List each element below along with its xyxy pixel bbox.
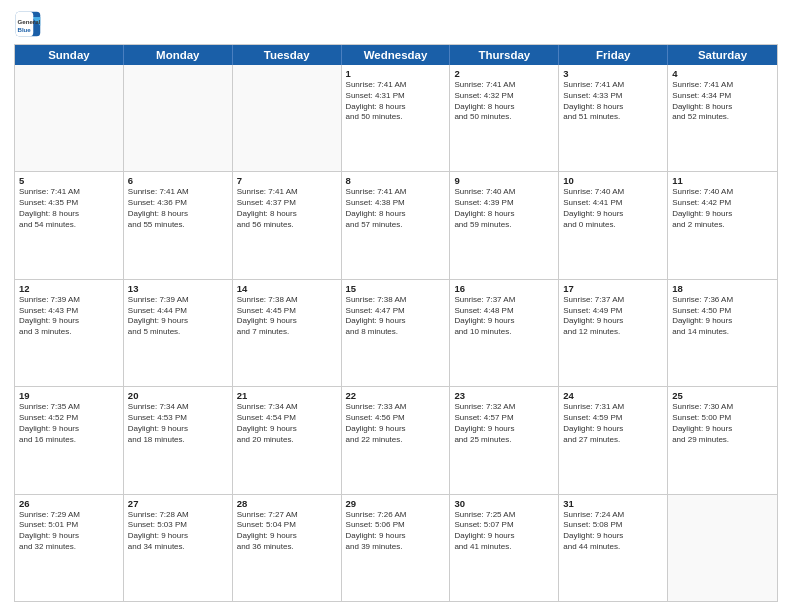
weekday-header-monday: Monday	[124, 45, 233, 65]
weekday-header-saturday: Saturday	[668, 45, 777, 65]
day-info: Sunrise: 7:35 AM Sunset: 4:52 PM Dayligh…	[19, 402, 119, 445]
day-number: 11	[672, 175, 773, 186]
day-number: 23	[454, 390, 554, 401]
day-cell-26: 26Sunrise: 7:29 AM Sunset: 5:01 PM Dayli…	[15, 495, 124, 601]
logo: General Blue	[14, 10, 46, 38]
day-cell-30: 30Sunrise: 7:25 AM Sunset: 5:07 PM Dayli…	[450, 495, 559, 601]
day-number: 8	[346, 175, 446, 186]
day-info: Sunrise: 7:41 AM Sunset: 4:31 PM Dayligh…	[346, 80, 446, 123]
day-cell-28: 28Sunrise: 7:27 AM Sunset: 5:04 PM Dayli…	[233, 495, 342, 601]
weekday-header-tuesday: Tuesday	[233, 45, 342, 65]
calendar-row-2: 5Sunrise: 7:41 AM Sunset: 4:35 PM Daylig…	[15, 172, 777, 279]
day-info: Sunrise: 7:26 AM Sunset: 5:06 PM Dayligh…	[346, 510, 446, 553]
empty-cell	[15, 65, 124, 171]
day-info: Sunrise: 7:32 AM Sunset: 4:57 PM Dayligh…	[454, 402, 554, 445]
day-info: Sunrise: 7:25 AM Sunset: 5:07 PM Dayligh…	[454, 510, 554, 553]
day-cell-9: 9Sunrise: 7:40 AM Sunset: 4:39 PM Daylig…	[450, 172, 559, 278]
calendar-row-3: 12Sunrise: 7:39 AM Sunset: 4:43 PM Dayli…	[15, 280, 777, 387]
weekday-header-wednesday: Wednesday	[342, 45, 451, 65]
weekday-header-friday: Friday	[559, 45, 668, 65]
day-cell-20: 20Sunrise: 7:34 AM Sunset: 4:53 PM Dayli…	[124, 387, 233, 493]
day-number: 15	[346, 283, 446, 294]
day-number: 25	[672, 390, 773, 401]
day-info: Sunrise: 7:41 AM Sunset: 4:33 PM Dayligh…	[563, 80, 663, 123]
day-number: 13	[128, 283, 228, 294]
day-info: Sunrise: 7:34 AM Sunset: 4:54 PM Dayligh…	[237, 402, 337, 445]
day-cell-4: 4Sunrise: 7:41 AM Sunset: 4:34 PM Daylig…	[668, 65, 777, 171]
day-number: 7	[237, 175, 337, 186]
day-number: 20	[128, 390, 228, 401]
day-number: 16	[454, 283, 554, 294]
day-number: 12	[19, 283, 119, 294]
day-info: Sunrise: 7:41 AM Sunset: 4:34 PM Dayligh…	[672, 80, 773, 123]
svg-text:Blue: Blue	[18, 26, 32, 33]
logo-icon: General Blue	[14, 10, 42, 38]
day-info: Sunrise: 7:29 AM Sunset: 5:01 PM Dayligh…	[19, 510, 119, 553]
day-cell-15: 15Sunrise: 7:38 AM Sunset: 4:47 PM Dayli…	[342, 280, 451, 386]
calendar-body: 1Sunrise: 7:41 AM Sunset: 4:31 PM Daylig…	[15, 65, 777, 601]
day-number: 22	[346, 390, 446, 401]
day-number: 10	[563, 175, 663, 186]
day-cell-27: 27Sunrise: 7:28 AM Sunset: 5:03 PM Dayli…	[124, 495, 233, 601]
day-info: Sunrise: 7:30 AM Sunset: 5:00 PM Dayligh…	[672, 402, 773, 445]
empty-cell	[124, 65, 233, 171]
day-cell-24: 24Sunrise: 7:31 AM Sunset: 4:59 PM Dayli…	[559, 387, 668, 493]
day-number: 14	[237, 283, 337, 294]
day-number: 30	[454, 498, 554, 509]
day-info: Sunrise: 7:39 AM Sunset: 4:44 PM Dayligh…	[128, 295, 228, 338]
day-info: Sunrise: 7:41 AM Sunset: 4:32 PM Dayligh…	[454, 80, 554, 123]
day-info: Sunrise: 7:40 AM Sunset: 4:41 PM Dayligh…	[563, 187, 663, 230]
day-number: 18	[672, 283, 773, 294]
weekday-header-sunday: Sunday	[15, 45, 124, 65]
day-number: 26	[19, 498, 119, 509]
day-cell-23: 23Sunrise: 7:32 AM Sunset: 4:57 PM Dayli…	[450, 387, 559, 493]
day-info: Sunrise: 7:31 AM Sunset: 4:59 PM Dayligh…	[563, 402, 663, 445]
calendar-row-5: 26Sunrise: 7:29 AM Sunset: 5:01 PM Dayli…	[15, 495, 777, 601]
day-number: 3	[563, 68, 663, 79]
day-cell-21: 21Sunrise: 7:34 AM Sunset: 4:54 PM Dayli…	[233, 387, 342, 493]
day-cell-25: 25Sunrise: 7:30 AM Sunset: 5:00 PM Dayli…	[668, 387, 777, 493]
day-cell-31: 31Sunrise: 7:24 AM Sunset: 5:08 PM Dayli…	[559, 495, 668, 601]
page-header: General Blue	[14, 10, 778, 38]
day-number: 29	[346, 498, 446, 509]
day-info: Sunrise: 7:40 AM Sunset: 4:39 PM Dayligh…	[454, 187, 554, 230]
day-number: 17	[563, 283, 663, 294]
calendar-page: General Blue SundayMondayTuesdayWednesda…	[0, 0, 792, 612]
day-number: 2	[454, 68, 554, 79]
day-cell-16: 16Sunrise: 7:37 AM Sunset: 4:48 PM Dayli…	[450, 280, 559, 386]
day-cell-18: 18Sunrise: 7:36 AM Sunset: 4:50 PM Dayli…	[668, 280, 777, 386]
weekday-header-thursday: Thursday	[450, 45, 559, 65]
day-number: 24	[563, 390, 663, 401]
day-number: 31	[563, 498, 663, 509]
day-cell-22: 22Sunrise: 7:33 AM Sunset: 4:56 PM Dayli…	[342, 387, 451, 493]
day-cell-11: 11Sunrise: 7:40 AM Sunset: 4:42 PM Dayli…	[668, 172, 777, 278]
day-number: 5	[19, 175, 119, 186]
day-number: 27	[128, 498, 228, 509]
empty-cell	[668, 495, 777, 601]
day-info: Sunrise: 7:38 AM Sunset: 4:47 PM Dayligh…	[346, 295, 446, 338]
calendar-row-4: 19Sunrise: 7:35 AM Sunset: 4:52 PM Dayli…	[15, 387, 777, 494]
day-info: Sunrise: 7:40 AM Sunset: 4:42 PM Dayligh…	[672, 187, 773, 230]
day-info: Sunrise: 7:37 AM Sunset: 4:48 PM Dayligh…	[454, 295, 554, 338]
day-number: 9	[454, 175, 554, 186]
day-info: Sunrise: 7:37 AM Sunset: 4:49 PM Dayligh…	[563, 295, 663, 338]
svg-text:General: General	[18, 18, 41, 25]
weekday-header-row: SundayMondayTuesdayWednesdayThursdayFrid…	[15, 45, 777, 65]
day-number: 4	[672, 68, 773, 79]
day-info: Sunrise: 7:24 AM Sunset: 5:08 PM Dayligh…	[563, 510, 663, 553]
day-cell-14: 14Sunrise: 7:38 AM Sunset: 4:45 PM Dayli…	[233, 280, 342, 386]
day-info: Sunrise: 7:38 AM Sunset: 4:45 PM Dayligh…	[237, 295, 337, 338]
day-info: Sunrise: 7:28 AM Sunset: 5:03 PM Dayligh…	[128, 510, 228, 553]
day-info: Sunrise: 7:33 AM Sunset: 4:56 PM Dayligh…	[346, 402, 446, 445]
day-info: Sunrise: 7:41 AM Sunset: 4:36 PM Dayligh…	[128, 187, 228, 230]
day-cell-19: 19Sunrise: 7:35 AM Sunset: 4:52 PM Dayli…	[15, 387, 124, 493]
day-cell-5: 5Sunrise: 7:41 AM Sunset: 4:35 PM Daylig…	[15, 172, 124, 278]
day-number: 19	[19, 390, 119, 401]
day-number: 1	[346, 68, 446, 79]
day-number: 6	[128, 175, 228, 186]
calendar-row-1: 1Sunrise: 7:41 AM Sunset: 4:31 PM Daylig…	[15, 65, 777, 172]
day-cell-8: 8Sunrise: 7:41 AM Sunset: 4:38 PM Daylig…	[342, 172, 451, 278]
day-cell-12: 12Sunrise: 7:39 AM Sunset: 4:43 PM Dayli…	[15, 280, 124, 386]
day-info: Sunrise: 7:39 AM Sunset: 4:43 PM Dayligh…	[19, 295, 119, 338]
day-cell-3: 3Sunrise: 7:41 AM Sunset: 4:33 PM Daylig…	[559, 65, 668, 171]
